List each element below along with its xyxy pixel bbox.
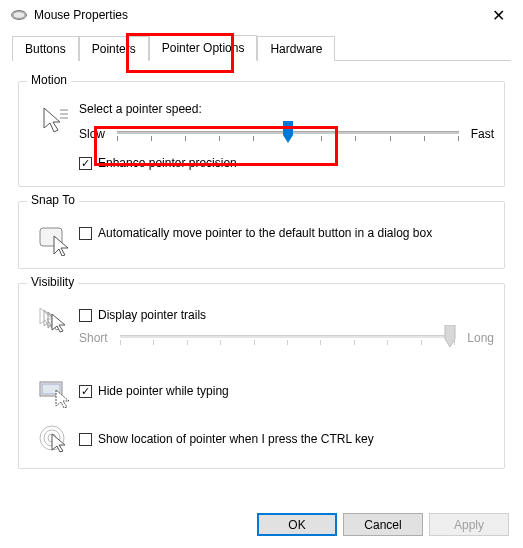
- ctrl-locate-icon: [38, 424, 70, 456]
- pointer-trails-checkbox[interactable]: Display pointer trails: [79, 308, 494, 322]
- cancel-button[interactable]: Cancel: [343, 513, 423, 536]
- enhance-precision-label: Enhance pointer precision: [98, 156, 237, 170]
- trails-long-label: Long: [467, 331, 494, 345]
- dialog-buttons: OK Cancel Apply: [257, 513, 509, 536]
- svg-marker-2: [44, 108, 60, 132]
- hide-typing-icon: [38, 376, 70, 408]
- pointer-speed-slider[interactable]: [117, 122, 459, 146]
- enhance-precision-checkbox[interactable]: Enhance pointer precision: [79, 156, 494, 170]
- tab-hardware[interactable]: Hardware: [257, 36, 335, 61]
- ok-button[interactable]: OK: [257, 513, 337, 536]
- pointer-speed-label: Select a pointer speed:: [79, 102, 494, 116]
- checkbox-icon: [79, 309, 92, 322]
- group-visibility: Visibility Display pointer trails Short: [18, 283, 505, 469]
- speed-slow-label: Slow: [79, 127, 105, 141]
- svg-marker-12: [52, 314, 65, 332]
- window-title: Mouse Properties: [34, 8, 484, 22]
- group-motion-legend: Motion: [27, 73, 71, 87]
- tab-buttons[interactable]: Buttons: [12, 36, 79, 61]
- checkbox-icon: [79, 433, 92, 446]
- snap-to-label: Automatically move pointer to the defaul…: [98, 226, 432, 240]
- mouse-icon: [10, 8, 28, 22]
- tab-pointers[interactable]: Pointers: [79, 36, 149, 61]
- pointer-trails-icon: [38, 306, 70, 338]
- checkbox-icon: [79, 227, 92, 240]
- ctrl-locate-checkbox[interactable]: Show location of pointer when I press th…: [79, 432, 494, 446]
- speed-fast-label: Fast: [471, 127, 494, 141]
- pointer-trails-label: Display pointer trails: [98, 308, 206, 322]
- pointer-trails-slider: [120, 326, 456, 350]
- close-icon[interactable]: ✕: [484, 6, 513, 25]
- snap-to-checkbox[interactable]: Automatically move pointer to the defaul…: [79, 226, 494, 240]
- svg-marker-6: [283, 121, 293, 143]
- trails-short-label: Short: [79, 331, 108, 345]
- tabbar: Buttons Pointers Pointer Options Hardwar…: [12, 34, 511, 61]
- tab-pointer-options[interactable]: Pointer Options: [149, 35, 258, 61]
- cursor-speed-icon: [38, 104, 70, 136]
- titlebar: Mouse Properties ✕: [0, 0, 523, 30]
- apply-button: Apply: [429, 513, 509, 536]
- group-snap-to-legend: Snap To: [27, 193, 79, 207]
- ctrl-locate-label: Show location of pointer when I press th…: [98, 432, 374, 446]
- svg-marker-20: [52, 434, 65, 452]
- svg-marker-13: [445, 325, 455, 347]
- checkbox-icon: [79, 157, 92, 170]
- checkbox-icon: [79, 385, 92, 398]
- hide-typing-checkbox[interactable]: Hide pointer while typing: [79, 384, 494, 398]
- hide-typing-label: Hide pointer while typing: [98, 384, 229, 398]
- svg-point-1: [13, 12, 25, 19]
- svg-marker-9: [40, 308, 53, 326]
- group-snap-to: Snap To Automatically move pointer to th…: [18, 201, 505, 269]
- snap-to-icon: [38, 224, 70, 256]
- group-motion: Motion Select a pointer speed: Slow: [18, 81, 505, 187]
- group-visibility-legend: Visibility: [27, 275, 78, 289]
- content: Motion Select a pointer speed: Slow: [0, 61, 523, 469]
